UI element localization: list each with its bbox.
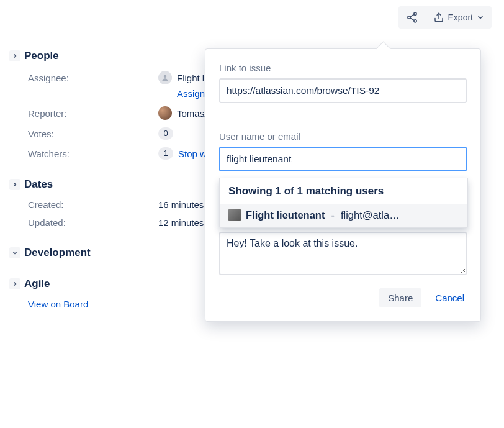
reporter-name: Tomasz (177, 108, 209, 119)
people-title: People (24, 50, 59, 62)
avatar (158, 106, 172, 120)
updated-label: Updated: (28, 217, 158, 228)
assignee-label: Assignee: (28, 73, 158, 83)
created-label: Created: (28, 199, 158, 210)
reporter-label: Reporter: (28, 108, 158, 119)
watchers-count: 1 (158, 147, 173, 160)
votes-count: 0 (158, 127, 173, 140)
dates-title: Dates (24, 178, 53, 191)
username-input[interactable] (219, 147, 467, 171)
export-label: Export (448, 12, 473, 22)
autocomplete-item-name: Flight lieutenant (246, 209, 325, 221)
share-submit-button[interactable]: Share (379, 288, 421, 307)
votes-label: Votes: (28, 129, 158, 139)
watchers-label: Watchers: (28, 148, 158, 159)
divider (205, 117, 480, 117)
svg-line-3 (410, 14, 413, 17)
share-button[interactable] (398, 6, 426, 29)
svg-line-4 (410, 18, 413, 20)
export-button[interactable]: Export (426, 6, 492, 29)
avatar (158, 71, 172, 84)
chevron-right-icon (9, 278, 20, 289)
autocomplete-dropdown: Showing 1 of 1 matching users Flight lie… (219, 178, 468, 228)
autocomplete-item[interactable]: Flight lieutenant - flight@atla… (220, 204, 467, 227)
link-to-issue-input[interactable] (219, 78, 467, 103)
chevron-down-icon (477, 14, 484, 21)
export-icon (433, 12, 444, 23)
autocomplete-header: Showing 1 of 1 matching users (220, 178, 467, 204)
note-textarea[interactable] (219, 232, 467, 275)
chevron-right-icon (9, 179, 20, 190)
cancel-button[interactable]: Cancel (433, 288, 467, 307)
agile-title: Agile (24, 278, 50, 290)
chevron-down-icon (9, 247, 20, 258)
svg-point-6 (164, 75, 167, 78)
autocomplete-item-email: flight@atla… (341, 209, 400, 221)
share-dialog: Link to issue User name or email Showing… (205, 48, 481, 322)
avatar (228, 209, 241, 221)
link-to-issue-label: Link to issue (219, 63, 467, 73)
username-label: User name or email (219, 131, 467, 142)
share-icon (406, 11, 418, 24)
chevron-right-icon (9, 50, 20, 61)
development-title: Development (24, 247, 91, 259)
